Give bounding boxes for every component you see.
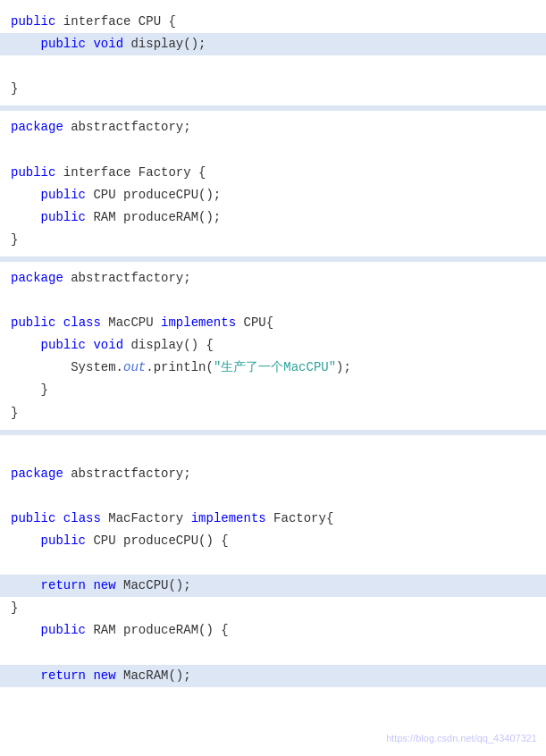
keyword: void — [93, 338, 123, 352]
macfactory-class-block: package abstractfactory; public class Ma… — [0, 437, 546, 691]
cpu-interface-block: public interface CPU { public void displ… — [0, 7, 546, 104]
keyword: public — [41, 210, 86, 224]
keyword: return — [41, 668, 86, 683]
keyword: public — [41, 623, 86, 637]
keyword: package — [11, 271, 63, 285]
keyword: package — [11, 466, 63, 481]
keyword: implements — [161, 315, 236, 330]
keyword: new — [93, 668, 115, 683]
code-line: } — [0, 402, 546, 424]
watermark: https://blog.csdn.net/qq_43407321 — [386, 731, 537, 747]
code-line: package abstractfactory; — [0, 463, 546, 485]
string-literal: "生产了一个MacCPU" — [214, 360, 336, 374]
section-divider — [0, 430, 546, 435]
code-line: public void display(); — [0, 33, 546, 55]
field: out — [123, 360, 146, 374]
code-line: public interface Factory { — [0, 162, 546, 184]
code-line — [0, 552, 546, 575]
code-line: package abstractfactory; — [0, 267, 546, 290]
code-line: } — [0, 379, 546, 401]
keyword: return — [41, 578, 86, 592]
keyword: void — [93, 37, 123, 51]
section-divider — [0, 105, 546, 111]
code-line: public interface CPU { — [0, 11, 546, 33]
keyword: new — [93, 578, 115, 592]
code-line: return new MacCPU(); — [0, 575, 546, 597]
code-line — [0, 55, 546, 78]
code-line: public void display() { — [0, 334, 546, 357]
keyword: public — [41, 338, 86, 352]
code-line: public class MacCPU implements CPU{ — [0, 312, 546, 334]
section-divider — [0, 256, 546, 262]
code-line: return new MacRAM(); — [0, 665, 546, 687]
code-line — [0, 485, 546, 508]
code-line: package abstractfactory; — [0, 116, 546, 139]
keyword: class — [63, 315, 101, 330]
code-line — [0, 290, 546, 312]
keyword: public — [11, 165, 55, 180]
keyword: public — [41, 533, 86, 548]
code-container: public interface CPU { public void displ… — [0, 0, 546, 698]
keyword: public — [41, 37, 86, 51]
keyword: public — [41, 188, 86, 202]
code-line: System.out.println("生产了一个MacCPU"); — [0, 357, 546, 379]
keyword: public — [11, 315, 55, 330]
code-line: } — [0, 597, 546, 619]
keyword: public — [11, 14, 55, 29]
code-line — [0, 642, 546, 664]
code-line: } — [0, 229, 546, 251]
code-line: public RAM produceRAM(); — [0, 206, 546, 229]
keyword: class — [63, 511, 101, 525]
code-line: public class MacFactory implements Facto… — [0, 508, 546, 530]
factory-interface-block: package abstractfactory; public interfac… — [0, 113, 546, 255]
maccpu-class-block: package abstractfactory; public class Ma… — [0, 264, 546, 428]
keyword: package — [11, 120, 63, 134]
code-line — [0, 139, 546, 161]
keyword: implements — [191, 511, 266, 525]
code-line — [0, 441, 546, 463]
code-line: public CPU produceCPU() { — [0, 530, 546, 552]
keyword: public — [11, 511, 55, 525]
code-line: public CPU produceCPU(); — [0, 184, 546, 206]
code-line: } — [0, 78, 546, 100]
code-line: public RAM produceRAM() { — [0, 619, 546, 642]
